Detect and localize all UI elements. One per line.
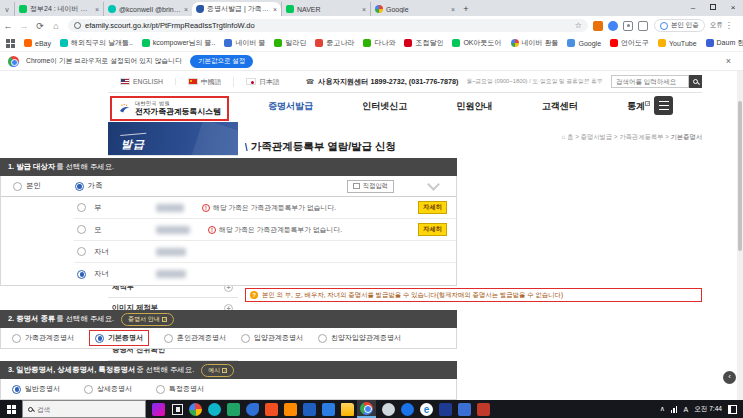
camera-extension-icon[interactable] <box>623 21 633 31</box>
bookmark-item[interactable]: 조첩달인 <box>404 38 443 48</box>
direct-input-button[interactable]: 직접입력 <box>347 180 394 193</box>
bookmark-item[interactable]: 언어도구 <box>610 38 649 48</box>
browser-tab[interactable]: NAVER × <box>281 2 370 16</box>
bookmark-item[interactable]: eBay <box>24 39 51 47</box>
home-icon[interactable]: ⌂ <box>562 133 566 140</box>
url-omnibox[interactable]: efamily.scourt.go.kr/pt/PtFrmpReadIssTrg… <box>68 19 588 32</box>
floating-back-button[interactable]: ‹ <box>723 371 736 384</box>
radio-adoption-cert[interactable]: 입양관계증명서 <box>241 333 303 343</box>
app-icon-11[interactable] <box>458 403 471 416</box>
start-button[interactable] <box>0 400 22 418</box>
bookmark-item[interactable]: 다나와 <box>363 38 395 48</box>
breadcrumb-item[interactable]: 가족관계등록부 <box>619 133 663 140</box>
app-icon-9[interactable] <box>401 403 414 416</box>
bookmark-item[interactable]: 해외직구의 날개들.. <box>60 38 133 48</box>
bookmark-item[interactable]: YouTube <box>658 39 697 47</box>
tab-close-icon[interactable]: × <box>362 6 366 13</box>
taskbar-search[interactable] <box>22 400 146 418</box>
bookmark-item[interactable]: Google <box>567 39 601 47</box>
breadcrumb-home[interactable]: 홈 <box>567 133 573 140</box>
family-row-mother[interactable]: 모 ! 해당 가족은 가족관계등록부가 없습니다. 자세히 <box>74 219 456 241</box>
banner-close-icon[interactable]: × <box>726 56 731 66</box>
browser-tab[interactable]: @kconwell @bringaway kco... × <box>103 2 192 16</box>
tab-search-icon[interactable]: v <box>0 3 14 16</box>
radio-family-cert[interactable]: 가족관계증명서 <box>12 333 74 343</box>
maximize-button[interactable] <box>703 0 723 14</box>
chrome-taskbar-active[interactable] <box>357 400 376 418</box>
site-search-input[interactable] <box>611 75 689 88</box>
radio-icon[interactable] <box>77 203 86 212</box>
forward-icon[interactable]: → <box>16 21 32 31</box>
breadcrumb-item[interactable]: 증명서발급 <box>581 133 612 140</box>
task-view-icon[interactable] <box>172 404 183 415</box>
site-search-button[interactable] <box>689 75 702 88</box>
lang-japanese[interactable]: 日本語 <box>234 77 291 87</box>
tab-close-icon[interactable]: × <box>273 6 277 13</box>
radio-icon-selected[interactable] <box>77 270 86 279</box>
new-tab-button[interactable]: + <box>459 2 473 16</box>
radio-general-cert[interactable]: 일반증명서 <box>12 384 60 394</box>
app-icon-7[interactable] <box>303 403 316 416</box>
app-icon-12[interactable] <box>477 403 490 416</box>
network-icon[interactable] <box>671 406 678 413</box>
browser-tab[interactable]: 정부24 : 네이버 검색 × <box>14 2 103 16</box>
family-row-child[interactable]: 자녀 <box>74 241 456 263</box>
example-button[interactable]: 예시↗ <box>201 364 234 377</box>
bookmark-item[interactable]: Daum 한메일넷 <box>706 38 743 48</box>
radio-marriage-cert[interactable]: 혼인관계증명서 <box>164 333 226 343</box>
bookmark-star-icon[interactable]: ☆ <box>575 21 582 30</box>
app-icon-6[interactable] <box>284 403 297 416</box>
tab-close-icon[interactable]: × <box>184 6 188 13</box>
tab-close-icon[interactable]: × <box>95 6 99 13</box>
profile-chip[interactable]: 본인 인증 <box>654 19 705 32</box>
bookmark-item[interactable]: 네이버 블 <box>224 38 265 48</box>
notification-center-icon[interactable] <box>728 405 737 414</box>
settings-icon[interactable] <box>382 403 395 416</box>
reload-icon[interactable]: ⟳ <box>32 21 48 31</box>
home-icon[interactable]: ⌂ <box>48 21 64 31</box>
nav-statistics[interactable]: 통계↗ <box>627 100 650 113</box>
app-icon-3[interactable] <box>227 403 240 416</box>
collapse-chevron-icon[interactable] <box>427 178 440 191</box>
radio-family[interactable]: 가족 <box>75 181 103 191</box>
radio-icon[interactable] <box>77 247 86 256</box>
photos-icon[interactable] <box>189 403 202 416</box>
extension-icon[interactable] <box>608 21 618 31</box>
browser-tab-active[interactable]: 증명서발급 | 가족관계등록부 | × <box>192 2 281 16</box>
minimize-button[interactable]: – <box>683 0 703 14</box>
taskbar-search-input[interactable] <box>37 406 127 413</box>
app-icon-10[interactable] <box>439 403 452 416</box>
file-explorer-icon[interactable] <box>341 403 354 416</box>
site-info-icon[interactable] <box>74 22 81 29</box>
page-scrollbar[interactable] <box>737 71 743 400</box>
hidden-icons-chevron[interactable]: ∧ <box>660 405 665 413</box>
radio-icon[interactable] <box>77 225 86 234</box>
lang-chinese[interactable]: 中國語 <box>176 77 234 87</box>
internet-explorer-icon[interactable]: e <box>420 403 433 416</box>
bookmark-item[interactable]: 알라딘 <box>274 38 306 48</box>
apps-grid-icon[interactable] <box>6 39 15 48</box>
hamburger-menu-button[interactable] <box>654 96 673 115</box>
nav-internet-report[interactable]: 인터넷신고 <box>362 100 407 113</box>
extension-icon[interactable] <box>593 21 603 31</box>
family-row-father[interactable]: 부 ! 해당 가족은 가족관계등록부가 없습니다. 자세히 <box>74 197 456 219</box>
radio-detailed-cert[interactable]: 상세증명서 <box>84 384 132 394</box>
ime-indicator[interactable]: A <box>683 406 688 413</box>
radio-self[interactable]: 본인 <box>13 181 41 191</box>
lang-english[interactable]: ENGLISH <box>108 78 176 85</box>
bookmark-item[interactable]: kcompower님의 블.. <box>142 38 216 48</box>
site-logo[interactable]: 대한민국 법원 전자가족관계등록시스템 <box>110 96 229 121</box>
scrollbar-thumb[interactable] <box>738 101 742 251</box>
detail-button[interactable]: 자세히 <box>418 223 447 236</box>
nav-customer-center[interactable]: 고객센터 <box>542 100 578 113</box>
bookmark-item[interactable]: OK아웃도어 <box>452 38 501 48</box>
bookmark-item[interactable]: 네이버 환율 <box>511 38 559 48</box>
radio-full-adoption-cert[interactable]: 친양자입양관계증명서 <box>318 333 401 343</box>
detail-button[interactable]: 자세히 <box>418 201 447 214</box>
set-default-button[interactable]: 기본값으로 설정 <box>190 55 253 68</box>
nav-civil-guide[interactable]: 민원안내 <box>457 100 493 113</box>
sidebar-banner[interactable]: 발급 <box>108 122 238 155</box>
bookmark-item[interactable]: 중고나라 <box>315 38 354 48</box>
app-icon-8[interactable] <box>322 403 335 416</box>
clock[interactable]: 오전 7:44 <box>694 405 722 414</box>
